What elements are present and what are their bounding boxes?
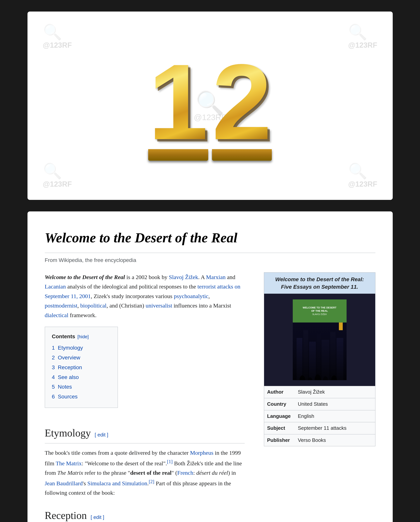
dialectical-link[interactable]: dialectical <box>45 312 69 318</box>
etym-text-10: . <box>147 480 149 486</box>
toc-item-3[interactable]: 3 Reception <box>52 363 111 372</box>
etym-text-5: refer to the phrase " <box>83 469 130 476</box>
image-panel: 🔍 @123RF 🔍 @123RF 🔍 @123RF 🔍 @123RF 🔍 @1… <box>0 0 420 211</box>
infobox-row-publisher: Publisher Verso Books <box>264 434 375 446</box>
etym-text-8: ) in <box>228 469 236 476</box>
french-italic: désert du réel <box>196 469 228 476</box>
book-bookmark <box>339 322 343 330</box>
intro-text-7: influences into a Marxist <box>172 302 231 309</box>
infobox-row-language: Language English <box>264 410 375 422</box>
article-title-bold: Welcome to the Desert of the Real <box>45 274 125 280</box>
svg-rect-13 <box>293 322 347 380</box>
infobox-data: Author Slavoj Žižek Country United State… <box>264 386 375 446</box>
infobox-title: Welcome to the Desert of the Real:Five E… <box>264 273 375 294</box>
matrix-link[interactable]: The Matrix <box>55 460 82 467</box>
infobox-value-country: United States <box>298 400 328 408</box>
etym-text-3: : "Welcome to the desert of the real". <box>82 460 167 467</box>
infobox-value-publisher[interactable]: Verso Books <box>298 436 326 444</box>
infobox-value-subject[interactable]: September 11 attacks <box>298 424 347 432</box>
bold-phrase: desert of the real <box>130 469 171 476</box>
toc-link-1[interactable]: Etymology <box>58 345 83 351</box>
infobox-value-language: English <box>298 412 314 420</box>
toc-item-4[interactable]: 4 See also <box>52 373 111 382</box>
infobox-book-cover: WELCOME TO THE DESERTOF THE REALSLAVOJ Ž… <box>264 294 375 386</box>
wiki-panel: Welcome to the Desert of the Real From W… <box>0 211 420 522</box>
contents-hide-link[interactable]: [hide] <box>78 333 89 340</box>
toc-link-4[interactable]: See also <box>58 374 79 380</box>
cite-2[interactable]: [2] <box>149 479 154 484</box>
french-link[interactable]: French <box>177 469 193 476</box>
contents-header: Contents [hide] <box>52 332 111 341</box>
book-cover-image-area <box>293 322 347 380</box>
infobox-label-language: Language <box>267 412 298 420</box>
book-cover-title-text: WELCOME TO THE DESERTOF THE REALSLAVOJ Ž… <box>295 306 344 316</box>
etymology-text: The book's title comes from a quote deli… <box>45 448 245 498</box>
reception-edit-link[interactable]: [ edit ] <box>91 513 104 522</box>
etymology-heading-text: Etymology <box>45 425 91 441</box>
etym-text-6: " ( <box>171 469 177 476</box>
toc-link-6[interactable]: Sources <box>58 394 78 399</box>
toc-item-6[interactable]: 6 Sources <box>52 392 111 401</box>
infobox-value-author[interactable]: Slavoj Žižek <box>298 388 325 396</box>
wiki-main-content: Welcome to the Desert of the Real is a 2… <box>45 272 245 522</box>
bio-link[interactable]: biopolitical <box>80 302 107 309</box>
slavoj-link[interactable]: Slavoj Žižek <box>169 274 198 280</box>
marxian-link[interactable]: Marxian <box>206 274 226 280</box>
intro-text-6: , and (Christian) <box>107 302 146 309</box>
matrix-italic: The Matrix <box>57 469 83 476</box>
number-1: 1 <box>148 51 208 153</box>
toc-item-1[interactable]: 1 Etymology <box>52 344 111 352</box>
cite-1[interactable]: [1] <box>167 459 173 464</box>
etymology-edit-link[interactable]: [ edit ] <box>95 431 109 439</box>
psycho-link[interactable]: psychoanalytic <box>174 293 208 299</box>
toc-item-5[interactable]: 5 Notes <box>52 383 111 391</box>
intro-text-1: is a 2002 book by <box>125 274 169 280</box>
etym-text-7: : <box>193 469 196 476</box>
infobox-label-subject: Subject <box>267 424 298 432</box>
reception-heading-text: Reception <box>45 507 87 522</box>
univ-link[interactable]: universalist <box>146 302 172 309</box>
watermark-br: 🔍 @123RF <box>348 162 377 188</box>
intro-text-8: framework. <box>69 312 97 318</box>
comma-1: , <box>208 293 210 299</box>
infobox-label-author: Author <box>267 388 298 396</box>
lacanian-link[interactable]: Lacanian <box>45 283 66 290</box>
number-2: 2 <box>212 51 272 153</box>
toc-item-2[interactable]: 2 Overview <box>52 353 111 362</box>
reception-heading: Reception [ edit ] <box>45 507 245 522</box>
morpheus-link[interactable]: Morpheus <box>190 450 213 456</box>
watermark-tr: 🔍 @123RF <box>348 23 377 49</box>
book-cover-image: WELCOME TO THE DESERTOF THE REALSLAVOJ Ž… <box>293 299 347 380</box>
toc-link-2[interactable]: Overview <box>58 355 80 361</box>
book-cover-svg <box>293 322 347 380</box>
comma-2: , <box>78 302 80 309</box>
simulacra-link[interactable]: Simulacra and Simulation <box>87 480 148 486</box>
page-title: Welcome to the Desert of the Real <box>45 227 375 253</box>
intro-text-5: , Zizek's study incorporates various <box>91 293 174 299</box>
toc-link-5[interactable]: Notes <box>58 384 72 390</box>
hero-image-container: 🔍 @123RF 🔍 @123RF 🔍 @123RF 🔍 @123RF 🔍 @1… <box>27 12 393 200</box>
etym-text-9: 's <box>83 480 87 486</box>
number-display: 1 2 <box>148 51 272 161</box>
wiki-container: Welcome to the Desert of the Real From W… <box>27 211 393 522</box>
wiki-body: Welcome to the Desert of the Real is a 2… <box>45 272 375 522</box>
infobox-row-author: Author Slavoj Žižek <box>264 386 375 398</box>
intro-paragraph: Welcome to the Desert of the Real is a 2… <box>45 272 245 320</box>
intro-text-2: . A <box>198 274 206 280</box>
contents-box: Contents [hide] 1 Etymology 2 Overview <box>45 327 118 408</box>
infobox-title-text: Welcome to the Desert of the Real:Five E… <box>275 276 364 290</box>
watermark-tl: 🔍 @123RF <box>43 23 72 49</box>
infobox-row-subject: Subject September 11 attacks <box>264 422 375 434</box>
postmod-link[interactable]: postmodernist <box>45 302 78 309</box>
infobox: Welcome to the Desert of the Real:Five E… <box>264 272 375 446</box>
intro-text-4: analysis of the ideological and politica… <box>66 283 197 290</box>
toc-sections-area: Reception [ edit ] See also [ edit ] Sou… <box>45 507 245 522</box>
baudrillard-link[interactable]: Jean Baudrillard <box>45 480 83 486</box>
contents-label: Contents <box>52 332 75 341</box>
etymology-heading: Etymology [ edit ] <box>45 425 245 443</box>
infobox-row-country: Country United States <box>264 398 375 410</box>
etym-text-1: The book's title comes from a quote deli… <box>45 450 190 456</box>
book-cover-title-band: WELCOME TO THE DESERTOF THE REALSLAVOJ Ž… <box>293 299 347 322</box>
toc-link-3[interactable]: Reception <box>58 364 82 370</box>
wiki-subtitle: From Wikipedia, the free encyclopedia <box>45 256 375 265</box>
